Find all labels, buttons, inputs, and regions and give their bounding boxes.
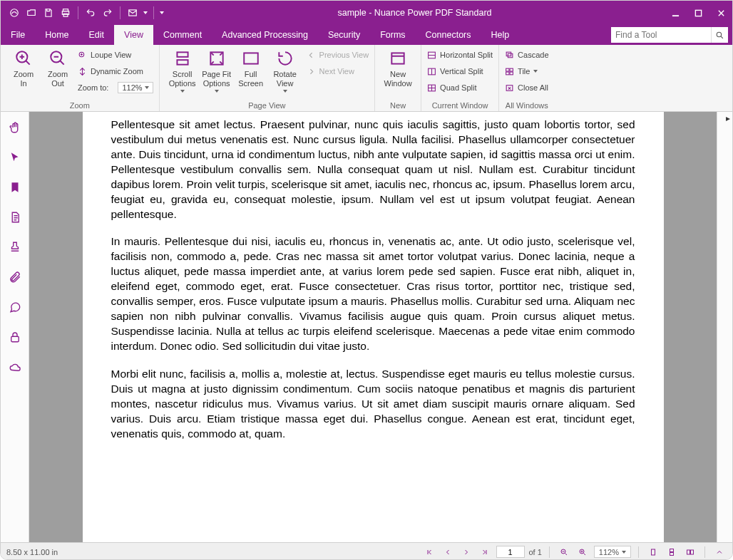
menu-file[interactable]: File <box>1 25 35 45</box>
svg-rect-12 <box>177 60 188 65</box>
vertical-split-button[interactable]: Vertical Split <box>427 64 493 78</box>
ribbon-group-current-window: Horizontal Split Vertical Split Quad Spl… <box>421 45 499 111</box>
ribbon-group-all-windows: Cascade Tile Close All All Windows <box>499 45 554 111</box>
maximize-button[interactable] <box>687 1 709 25</box>
qat-customize-icon[interactable] <box>158 5 165 21</box>
svg-rect-5 <box>672 15 678 16</box>
horizontal-split-button[interactable]: Horizontal Split <box>427 48 493 62</box>
svg-rect-6 <box>695 10 701 16</box>
svg-rect-29 <box>652 549 655 555</box>
find-tool-search-icon[interactable] <box>711 27 728 43</box>
right-panel-strip[interactable]: ▸ <box>717 112 732 542</box>
zoom-to-control[interactable]: Zoom to: 112% <box>78 81 153 95</box>
print-icon[interactable] <box>58 5 73 21</box>
svg-point-7 <box>717 32 722 37</box>
doc-paragraph: Pellentesque sit amet lectus. Praesent p… <box>111 118 635 222</box>
menu-forms[interactable]: Forms <box>370 25 415 45</box>
find-tool-input[interactable] <box>611 27 711 43</box>
ribbon-group-pageview: Scroll Options Page Fit Options Full Scr… <box>160 45 376 111</box>
attachments-panel-icon[interactable] <box>5 267 25 287</box>
zoom-out-button[interactable]: Zoom Out <box>41 48 75 88</box>
zoom-in-status-button[interactable] <box>575 546 590 559</box>
menu-comment[interactable]: Comment <box>153 25 212 45</box>
menu-security[interactable]: Security <box>318 25 370 45</box>
mail-icon[interactable] <box>125 5 140 21</box>
menu-advanced-processing[interactable]: Advanced Processing <box>212 25 318 45</box>
page-dimensions: 8.50 x 11.00 in <box>6 548 58 556</box>
menu-view[interactable]: View <box>114 25 153 45</box>
svg-rect-26 <box>11 336 19 342</box>
menu-help[interactable]: Help <box>481 25 520 45</box>
svg-rect-23 <box>506 72 509 75</box>
menu-connectors[interactable]: Connectors <box>416 25 481 45</box>
zoom-combo[interactable]: 112% <box>594 546 631 558</box>
single-page-view-icon[interactable] <box>646 546 660 559</box>
menu-home[interactable]: Home <box>35 25 78 45</box>
menu-edit[interactable]: Edit <box>79 25 115 45</box>
minimize-button[interactable] <box>664 1 687 25</box>
zoom-out-status-button[interactable] <box>557 546 571 559</box>
tile-button[interactable]: Tile <box>505 64 548 78</box>
previous-view-button: Previous View <box>307 48 369 62</box>
first-page-button[interactable] <box>422 546 436 559</box>
cloud-panel-icon[interactable] <box>5 357 25 377</box>
loupe-view-button[interactable]: Loupe View <box>78 48 153 62</box>
stamps-panel-icon[interactable] <box>5 237 25 257</box>
last-page-button[interactable] <box>478 546 492 559</box>
svg-rect-11 <box>177 52 188 57</box>
save-icon[interactable] <box>41 5 56 21</box>
comments-panel-icon[interactable] <box>5 297 25 317</box>
select-tool-icon[interactable] <box>5 147 25 167</box>
svg-rect-30 <box>670 549 674 551</box>
doc-paragraph: In mauris. Pellentesque dui nisi, iaculi… <box>111 234 635 353</box>
hand-tool-icon[interactable] <box>5 118 25 138</box>
zoom-in-button[interactable]: Zoom In <box>6 48 41 88</box>
continuous-view-icon[interactable] <box>665 546 679 559</box>
open-icon[interactable] <box>24 5 39 21</box>
svg-rect-31 <box>670 552 674 555</box>
collapse-status-icon[interactable] <box>712 546 727 559</box>
undo-icon[interactable] <box>83 5 98 21</box>
svg-rect-33 <box>691 550 694 554</box>
prev-page-button[interactable] <box>441 546 455 559</box>
facing-view-icon[interactable] <box>683 546 697 559</box>
doc-paragraph: Morbi elit nunc, facilisis a, mollis a, … <box>111 367 635 442</box>
security-panel-icon[interactable] <box>5 327 25 347</box>
pages-panel-icon[interactable] <box>5 207 25 227</box>
dynamic-zoom-button[interactable]: Dynamic Zoom <box>78 64 153 78</box>
window-title: sample - Nuance Power PDF Standard <box>165 8 664 18</box>
next-page-button[interactable] <box>459 546 473 559</box>
bookmarks-panel-icon[interactable] <box>5 177 25 197</box>
close-button[interactable] <box>709 1 732 25</box>
svg-rect-21 <box>506 68 509 71</box>
new-window-button[interactable]: New Window <box>381 48 415 88</box>
ribbon-group-zoom: Zoom In Zoom Out Loupe View Dynamic Zoom… <box>1 45 160 111</box>
page-of-label: of 1 <box>529 548 542 556</box>
cascade-button[interactable]: Cascade <box>505 48 548 62</box>
scroll-options-button[interactable]: Scroll Options <box>165 48 200 93</box>
quad-split-button[interactable]: Quad Split <box>427 81 493 95</box>
svg-rect-15 <box>391 53 404 63</box>
document-viewport[interactable]: Pellentesque sit amet lectus. Praesent p… <box>29 112 717 542</box>
close-all-button[interactable]: Close All <box>505 81 548 95</box>
rotate-view-button[interactable]: Rotate View <box>268 48 302 93</box>
svg-rect-24 <box>510 72 513 75</box>
svg-point-0 <box>11 9 19 17</box>
app-logo-icon[interactable] <box>6 5 22 21</box>
mail-dropdown-icon[interactable] <box>142 5 149 21</box>
page-fit-button[interactable]: Page Fit Options <box>200 48 234 93</box>
next-view-button: Next View <box>307 64 369 78</box>
document-page: Pellentesque sit amet lectus. Praesent p… <box>83 112 664 542</box>
full-screen-button[interactable]: Full Screen <box>234 48 268 88</box>
expand-right-arrow-icon[interactable]: ▸ <box>726 113 730 123</box>
ribbon-group-new: New Window New <box>375 45 421 111</box>
svg-rect-22 <box>510 68 513 71</box>
svg-rect-32 <box>687 550 690 554</box>
svg-rect-14 <box>244 53 258 63</box>
page-number-input[interactable] <box>496 546 525 558</box>
redo-icon[interactable] <box>100 5 116 21</box>
